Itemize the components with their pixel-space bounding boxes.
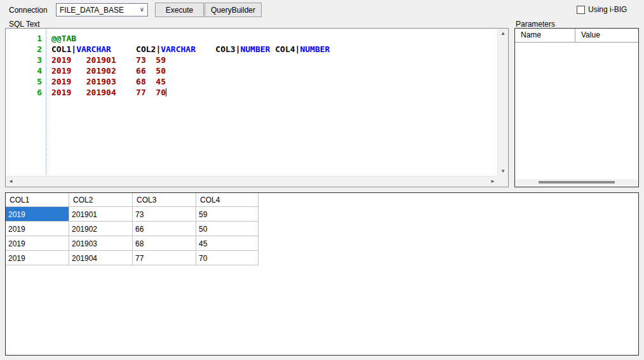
results-cell[interactable]: 201904: [69, 251, 133, 265]
editor-vertical-scrollbar[interactable]: ▲ ▼: [497, 29, 508, 177]
scroll-down-icon[interactable]: ▼: [498, 166, 508, 177]
using-ibig-checkbox-group[interactable]: Using i-BIG: [577, 5, 627, 14]
results-cell[interactable]: 50: [196, 222, 258, 236]
results-cell[interactable]: 2019: [6, 207, 69, 222]
parameters-panel: NameValue: [514, 28, 639, 187]
results-cell[interactable]: 2019: [6, 251, 69, 265]
results-cell[interactable]: 70: [196, 251, 258, 265]
using-ibig-checkbox[interactable]: [577, 6, 585, 14]
connection-select[interactable]: FILE_DATA_BASE ∨: [56, 3, 148, 17]
scroll-left-icon[interactable]: ◄: [6, 177, 16, 187]
results-row[interactable]: 20192019036845: [6, 236, 638, 251]
results-column-header[interactable]: COL2: [69, 193, 133, 207]
results-cell[interactable]: 2019: [6, 236, 69, 251]
results-grid[interactable]: COL1COL2COL3COL4 20192019017359201920190…: [5, 192, 639, 356]
results-cell[interactable]: 201901: [69, 207, 133, 222]
editor-line: 52019 201903 68 45: [6, 76, 498, 87]
scrollbar-corner: [498, 177, 508, 187]
editor-line: 2COL1|VARCHAR COL2|VARCHAR COL3|NUMBER C…: [6, 44, 498, 55]
editor-horizontal-scrollbar[interactable]: ◄ ►: [6, 176, 498, 187]
results-header-row: COL1COL2COL3COL4: [6, 193, 638, 207]
results-column-header[interactable]: COL1: [6, 193, 69, 207]
editor-line: 62019 201904 77 70: [6, 87, 498, 98]
results-column-header[interactable]: COL3: [133, 193, 196, 207]
connection-value: FILE_DATA_BASE: [60, 6, 124, 15]
sql-editor[interactable]: 1@@TAB2COL1|VARCHAR COL2|VARCHAR COL3|NU…: [5, 28, 509, 187]
results-cell[interactable]: 201903: [69, 236, 133, 251]
sql-text-label: SQL Text: [9, 20, 40, 29]
gutter-separator: [46, 29, 46, 177]
results-cell[interactable]: 66: [133, 222, 196, 236]
line-number: 3: [6, 55, 42, 65]
editor-line: 32019 201901 73 59: [6, 55, 498, 65]
scroll-up-icon[interactable]: ▲: [498, 29, 508, 39]
results-cell[interactable]: 68: [133, 236, 196, 251]
parameters-horizontal-scrollbar[interactable]: [516, 179, 638, 186]
line-number: 1: [6, 33, 42, 44]
code-text: 2019 201904 77 70: [42, 87, 166, 98]
results-row[interactable]: 20192019017359: [6, 207, 638, 222]
results-cell[interactable]: 2019: [6, 222, 69, 236]
results-column-header[interactable]: COL4: [196, 193, 258, 207]
using-ibig-label: Using i-BIG: [588, 5, 627, 14]
editor-line: 1@@TAB: [6, 33, 498, 44]
results-body: 2019201901735920192019026650201920190368…: [6, 207, 638, 265]
scroll-right-icon[interactable]: ►: [488, 177, 498, 187]
line-number: 6: [6, 87, 42, 98]
results-cell[interactable]: 73: [133, 207, 196, 222]
parameters-column-header[interactable]: Value: [575, 29, 638, 42]
parameters-header-row: NameValue: [515, 29, 638, 43]
scrollbar-thumb[interactable]: [539, 181, 615, 183]
code-text: 2019 201901 73 59: [42, 55, 166, 65]
results-cell[interactable]: 77: [133, 251, 196, 265]
chevron-down-icon: ∨: [140, 6, 144, 13]
parameters-label: Parameters: [516, 20, 555, 29]
text-cursor: [166, 88, 166, 97]
results-row[interactable]: 20192019047770: [6, 251, 638, 265]
results-row[interactable]: 20192019026650: [6, 222, 638, 236]
line-number: 5: [6, 76, 42, 87]
results-cell[interactable]: 45: [196, 236, 258, 251]
code-text: 2019 201903 68 45: [42, 76, 166, 87]
execute-button[interactable]: Execute: [155, 3, 204, 17]
connection-label: Connection: [9, 6, 48, 15]
editor-line: 42019 201902 66 50: [6, 65, 498, 76]
code-text: COL1|VARCHAR COL2|VARCHAR COL3|NUMBER CO…: [42, 44, 330, 55]
line-number: 2: [6, 44, 42, 55]
sql-editor-text-area[interactable]: 1@@TAB2COL1|VARCHAR COL2|VARCHAR COL3|NU…: [6, 29, 498, 177]
parameters-column-header[interactable]: Name: [515, 29, 575, 42]
code-text: 2019 201902 66 50: [42, 65, 166, 76]
sql-editor-lines: 1@@TAB2COL1|VARCHAR COL2|VARCHAR COL3|NU…: [6, 33, 498, 98]
querybuilder-button[interactable]: QueryBuilder: [205, 3, 262, 17]
line-number: 4: [6, 65, 42, 76]
code-text: @@TAB: [42, 33, 76, 44]
results-cell[interactable]: 201902: [69, 222, 133, 236]
results-cell[interactable]: 59: [196, 207, 258, 222]
